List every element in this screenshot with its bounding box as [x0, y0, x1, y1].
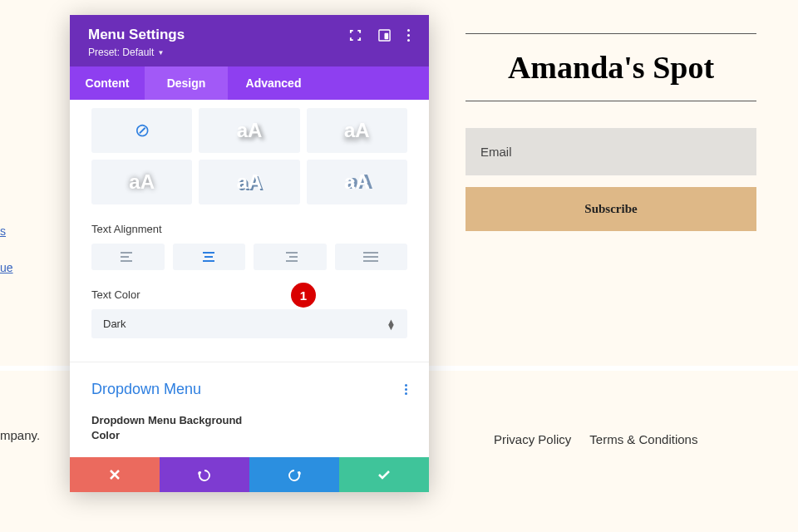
dropdown-menu-section[interactable]: Dropdown Menu — [91, 381, 201, 398]
tabs: Content Design Advanced — [70, 66, 429, 100]
company-text: mpany. — [0, 428, 40, 442]
subscribe-button[interactable]: Subscribe — [466, 187, 756, 231]
check-icon — [377, 468, 391, 481]
tab-advanced[interactable]: Advanced — [228, 66, 319, 100]
menu-settings-panel: Menu Settings Preset: Default ▼ Content … — [70, 15, 429, 492]
bg-link-s[interactable]: s — [0, 224, 13, 238]
align-right-button[interactable] — [254, 244, 327, 270]
text-style-2[interactable]: aA — [307, 108, 407, 153]
cancel-button[interactable] — [70, 457, 160, 492]
expand-icon[interactable] — [349, 29, 362, 42]
select-arrow-icon: ▲▼ — [387, 319, 396, 329]
dropdown-bg-label: Dropdown Menu Background Color — [91, 413, 258, 443]
align-justify-button[interactable] — [335, 244, 408, 270]
footer-link-privacy[interactable]: Privacy Policy — [494, 432, 571, 446]
close-icon — [108, 468, 121, 481]
svg-rect-1 — [385, 32, 389, 39]
text-style-none[interactable]: ⊘ — [91, 108, 192, 153]
bg-link-ue[interactable]: ue — [0, 261, 13, 274]
preset-selector[interactable]: Preset: Default ▼ — [88, 47, 411, 58]
text-style-1[interactable]: aA — [199, 108, 299, 153]
section-more-icon[interactable] — [405, 384, 407, 396]
none-icon: ⊘ — [135, 120, 150, 141]
more-icon[interactable] — [407, 29, 411, 42]
site-title: Amanda's Spot — [466, 33, 756, 101]
align-left-button[interactable] — [91, 244, 165, 270]
panel-title: Menu Settings — [88, 27, 185, 43]
undo-button[interactable] — [160, 457, 249, 492]
text-style-5[interactable]: aA — [307, 160, 407, 204]
text-alignment-label: Text Alignment — [91, 223, 407, 235]
annotation-badge-1: 1 — [291, 283, 316, 308]
redo-icon — [288, 468, 301, 481]
redo-button[interactable] — [249, 457, 339, 492]
align-center-button[interactable] — [173, 244, 246, 270]
tab-design[interactable]: Design — [145, 66, 228, 100]
text-color-label: Text Color — [91, 288, 407, 301]
undo-icon — [198, 468, 211, 481]
responsive-icon[interactable] — [378, 29, 391, 42]
save-button[interactable] — [339, 457, 429, 492]
email-input[interactable]: Email — [466, 128, 756, 175]
tab-content[interactable]: Content — [70, 66, 145, 100]
text-style-4[interactable]: aA — [199, 160, 299, 204]
text-color-select[interactable]: Dark ▲▼ — [91, 309, 407, 338]
text-style-3[interactable]: aA — [91, 160, 192, 204]
footer-link-terms[interactable]: Terms & Conditions — [589, 432, 697, 446]
